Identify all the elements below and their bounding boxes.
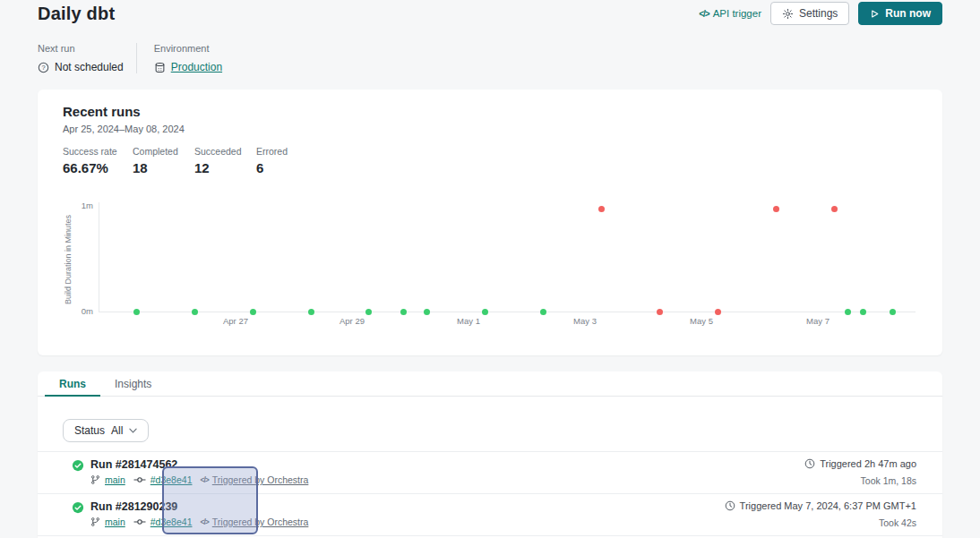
triggered-time: Triggered 2h 47m ago [820, 458, 916, 469]
code-icon: </> [200, 475, 208, 484]
branch-link[interactable]: main [105, 517, 125, 527]
branch-link[interactable]: main [105, 474, 125, 485]
filter-row: Status All [38, 397, 942, 451]
x-axis-line [99, 312, 916, 312]
run-row: Run #281474562 main #d3e8e41 </> [38, 452, 942, 494]
clock-icon [804, 458, 815, 469]
trigger-source-link[interactable]: Triggered by Orchestra [212, 474, 309, 485]
x-tick-label: May 5 [681, 316, 722, 326]
x-tick-label: May 7 [797, 316, 838, 326]
commit-icon [133, 475, 146, 484]
environment-label: Environment [154, 43, 222, 54]
next-run-label: Next run [38, 43, 124, 54]
commit-link[interactable]: #d3e8e41 [150, 474, 193, 485]
tab-runs[interactable]: Runs [45, 371, 100, 396]
run-title[interactable]: Run #281290239 [90, 500, 308, 513]
status-filter-label: Status [74, 424, 105, 437]
next-run-value: Not scheduled [55, 61, 124, 73]
triggered-time: Triggered May 7, 2024, 6:37 PM GMT+1 [740, 500, 916, 511]
tab-insights[interactable]: Insights [100, 371, 166, 396]
success-check-icon [72, 501, 84, 535]
runs-card: Runs Insights Status All [38, 371, 942, 538]
tab-bar: Runs Insights [38, 371, 942, 397]
y-axis-line [99, 202, 99, 312]
gear-icon [782, 8, 794, 20]
page-header: Daily dbt </> API trigger Settings [38, 2, 942, 25]
status-filter-value: All [111, 424, 123, 437]
clock-icon [725, 500, 735, 511]
run-now-button[interactable]: Run now [858, 2, 942, 25]
header-actions: </> API trigger Settings Run now [699, 2, 942, 25]
api-trigger-label: API trigger [713, 8, 761, 19]
play-icon [870, 9, 880, 19]
svg-text:?: ? [41, 64, 45, 72]
code-icon: </> [699, 9, 709, 19]
x-tick-label: Apr 27 [215, 316, 256, 326]
environment-link[interactable]: Production [171, 61, 222, 73]
run-list: Run #281474562 main #d3e8e41 </> [38, 451, 942, 536]
api-trigger-link[interactable]: </> API trigger [699, 8, 761, 19]
run-duration: Took 1m, 18s [804, 475, 916, 486]
run-title[interactable]: Run #281474562 [90, 458, 308, 471]
run-data-point-success[interactable] [860, 309, 866, 315]
question-circle-icon: ? [38, 62, 49, 73]
run-data-point-error[interactable] [773, 206, 779, 212]
build-duration-chart: Build Duration in Minutes 1m0mApr 27Apr … [38, 90, 942, 355]
run-row: Run #281290239 main #d3e8e41 </> [38, 494, 942, 536]
x-tick-label: May 3 [564, 316, 606, 326]
run-data-point-success[interactable] [424, 309, 430, 315]
status-filter-dropdown[interactable]: Status All [63, 419, 149, 442]
run-data-point-success[interactable] [482, 309, 488, 315]
commit-link[interactable]: #d3e8e41 [150, 517, 193, 527]
run-now-label: Run now [885, 7, 931, 20]
git-branch-icon [90, 517, 100, 527]
code-icon: </> [200, 517, 208, 526]
run-data-point-success[interactable] [133, 309, 140, 315]
recent-runs-card: Recent runs Apr 25, 2024–May 08, 2024 Su… [38, 90, 942, 355]
run-data-point-success[interactable] [890, 309, 896, 315]
settings-label: Settings [799, 7, 838, 20]
run-data-point-error[interactable] [715, 309, 721, 315]
run-data-point-success[interactable] [192, 309, 198, 315]
run-data-point-success[interactable] [845, 309, 851, 315]
run-data-point-success[interactable] [540, 309, 546, 315]
settings-button[interactable]: Settings [770, 2, 849, 25]
environment-group: Environment Production [154, 43, 222, 73]
x-tick-label: Apr 29 [331, 316, 373, 326]
database-icon [154, 62, 166, 73]
commit-icon [133, 517, 146, 526]
x-tick-label: May 1 [448, 316, 489, 326]
page-title: Daily dbt [38, 4, 115, 24]
y-tick-label: 0m [68, 306, 93, 316]
run-data-point-success[interactable] [308, 309, 314, 315]
job-summary-row: Next run ? Not scheduled Environment [38, 43, 222, 73]
run-data-point-error[interactable] [657, 309, 663, 315]
trigger-source-link[interactable]: Triggered by Orchestra [212, 517, 309, 527]
vertical-divider [136, 43, 137, 73]
y-axis-label: Build Duration in Minutes [64, 215, 73, 304]
run-data-point-error[interactable] [831, 206, 838, 212]
run-duration: Took 42s [725, 517, 916, 528]
run-data-point-success[interactable] [365, 309, 372, 315]
success-check-icon [72, 459, 84, 493]
run-data-point-error[interactable] [598, 206, 605, 212]
y-tick-label: 1m [68, 201, 93, 210]
next-run-group: Next run ? Not scheduled [38, 43, 124, 73]
git-branch-icon [90, 474, 100, 485]
run-data-point-success[interactable] [250, 309, 256, 315]
job-detail-page: Daily dbt </> API trigger Settings [0, 0, 980, 538]
run-data-point-success[interactable] [400, 309, 407, 315]
chevron-down-icon [129, 428, 137, 433]
